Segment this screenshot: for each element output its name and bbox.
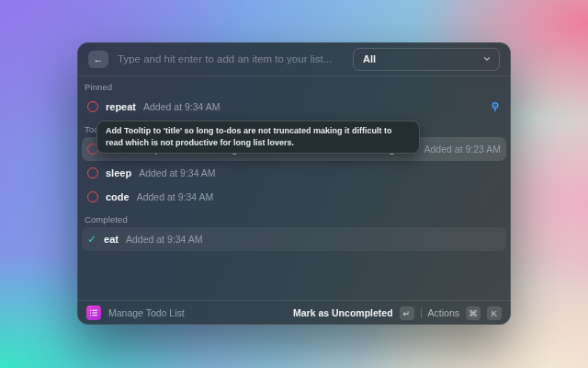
todo-row-code[interactable]: codeAdded at 9:34 AM [82, 185, 506, 209]
open-circle-icon[interactable] [87, 167, 98, 178]
todo-added-time: Added at 9:34 AM [126, 234, 202, 245]
chevron-down-icon [482, 54, 492, 63]
command-header: ← All [77, 42, 511, 76]
actions-menu-label[interactable]: Actions [428, 307, 459, 318]
todo-title: sleep [106, 167, 131, 178]
desktop-background: ← All PinnedrepeatAdded at 9:34 AMTodoAd… [0, 0, 588, 368]
section-label-completed: Completed [77, 209, 511, 227]
todo-title: code [106, 191, 130, 202]
footer-actions: Mark as Uncompleted ↵ Actions ⌘ K [293, 306, 502, 320]
primary-action-label[interactable]: Mark as Uncompleted [293, 307, 393, 318]
enter-keycap: ↵ [400, 306, 414, 320]
todo-added-time: Added at 9:34 AM [139, 167, 215, 178]
todo-row-sleep[interactable]: sleepAdded at 9:34 AM [82, 161, 506, 185]
footer-divider [421, 308, 422, 318]
todo-title: repeat [106, 101, 136, 112]
todo-added-time: Added at 9:34 AM [137, 191, 213, 202]
extension-name: Manage Todo List [108, 307, 185, 318]
title-tooltip: Add Tooltip to 'title' so long to-dos ar… [96, 121, 420, 154]
k-keycap: K [487, 306, 502, 320]
section-label-pinned: Pinned [77, 76, 511, 95]
check-icon[interactable]: ✓ [87, 234, 96, 245]
cmd-keycap: ⌘ [466, 306, 481, 320]
command-palette-window: ← All PinnedrepeatAdded at 9:34 AMTodoAd… [77, 42, 511, 325]
back-arrow-icon: ← [94, 51, 104, 68]
todo-added-time: Added at 9:23 AM [424, 144, 501, 155]
todo-extension-icon [86, 305, 101, 320]
todo-title: eat [104, 234, 119, 245]
todo-list: PinnedrepeatAdded at 9:34 AMTodoAdd Tool… [77, 76, 511, 300]
todo-row-eat[interactable]: ✓eatAdded at 9:34 AM [82, 227, 506, 251]
filter-selected-value: All [363, 53, 482, 64]
add-item-input[interactable] [118, 53, 344, 64]
open-circle-icon[interactable] [87, 191, 98, 202]
pin-icon [490, 101, 501, 112]
todo-added-time: Added at 9:34 AM [143, 101, 220, 112]
todo-row-repeat[interactable]: repeatAdded at 9:34 AM [82, 95, 506, 119]
action-bar: Manage Todo List Mark as Uncompleted ↵ A… [77, 300, 511, 325]
list-filter-dropdown[interactable]: All [353, 48, 500, 71]
back-button[interactable]: ← [88, 51, 108, 68]
open-circle-icon[interactable] [87, 101, 98, 112]
